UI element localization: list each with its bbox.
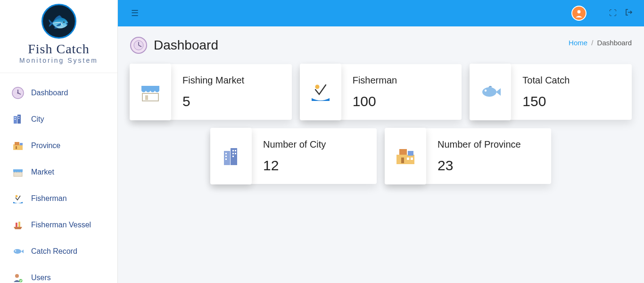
card-number-city: Number of City 12 bbox=[211, 128, 377, 184]
sidebar-item-label: Catch Record bbox=[31, 247, 77, 256]
svg-rect-14 bbox=[16, 223, 17, 227]
svg-rect-33 bbox=[232, 150, 234, 151]
svg-rect-32 bbox=[225, 158, 227, 160]
fisherman-icon bbox=[11, 192, 25, 205]
card-value: 5 bbox=[182, 93, 244, 109]
sidebar-item-label: Users bbox=[31, 274, 51, 282]
svg-point-1 bbox=[17, 92, 18, 93]
card-title: Fishing Market bbox=[182, 75, 244, 86]
catch-icon bbox=[11, 245, 25, 258]
page-header: Dashboard bbox=[130, 37, 632, 54]
province-icon bbox=[11, 139, 25, 152]
users-icon bbox=[11, 271, 25, 283]
vessel-icon bbox=[11, 218, 25, 232]
city-card-icon bbox=[210, 128, 252, 184]
svg-point-16 bbox=[14, 249, 21, 254]
sidebar-item-vessel[interactable]: Fisherman Vessel bbox=[0, 212, 117, 238]
logout-icon[interactable] bbox=[625, 8, 633, 18]
svg-rect-4 bbox=[15, 117, 16, 118]
svg-point-18 bbox=[15, 274, 19, 278]
card-title: Number of Province bbox=[438, 139, 521, 150]
card-value: 150 bbox=[522, 93, 570, 109]
svg-rect-12 bbox=[14, 172, 22, 176]
fullscreen-icon[interactable]: ⛶ bbox=[609, 9, 617, 17]
card-title: Total Catch bbox=[522, 75, 570, 86]
fish-icon: 🐟 bbox=[48, 11, 70, 32]
breadcrumb-sep: / bbox=[591, 39, 593, 47]
fisherman-card-icon bbox=[300, 64, 341, 120]
svg-rect-6 bbox=[18, 116, 19, 117]
brand-logo: 🐟 bbox=[41, 4, 76, 39]
sidebar-item-label: Market bbox=[31, 168, 54, 176]
sidebar-item-city[interactable]: City bbox=[0, 106, 117, 133]
cards-row-2: Number of City 12 Number of Province 23 bbox=[130, 128, 632, 184]
card-total-catch: Total Catch 150 bbox=[470, 64, 632, 120]
card-title: Fisherman bbox=[353, 75, 397, 86]
brand-title: Fish Catch bbox=[0, 42, 117, 57]
breadcrumb-home[interactable]: Home bbox=[569, 39, 587, 47]
svg-rect-3 bbox=[17, 115, 21, 124]
svg-point-13 bbox=[16, 195, 18, 198]
sidebar-item-market[interactable]: Market bbox=[0, 159, 117, 185]
card-fisherman: Fisherman 100 bbox=[300, 64, 462, 120]
svg-rect-7 bbox=[18, 118, 19, 119]
sidebar-item-fisherman[interactable]: Fisherman bbox=[0, 185, 117, 212]
market-icon bbox=[11, 166, 25, 179]
svg-rect-40 bbox=[408, 151, 413, 156]
card-title: Number of City bbox=[263, 139, 326, 150]
svg-rect-15 bbox=[18, 222, 20, 227]
user-avatar[interactable] bbox=[571, 6, 586, 21]
market-card-icon bbox=[130, 64, 171, 120]
sidebar: 🐟 Fish Catch Monitoring System Dashboard… bbox=[0, 0, 118, 283]
sidebar-item-label: Fisherman Vessel bbox=[31, 221, 91, 229]
card-value: 12 bbox=[263, 158, 326, 174]
svg-rect-43 bbox=[411, 158, 413, 160]
svg-point-25 bbox=[315, 85, 319, 89]
sidebar-item-label: City bbox=[31, 115, 44, 124]
svg-rect-41 bbox=[401, 158, 404, 163]
sidebar-item-catch[interactable]: Catch Record bbox=[0, 238, 117, 265]
svg-rect-28 bbox=[224, 151, 230, 165]
svg-rect-39 bbox=[399, 149, 407, 155]
sidebar-item-dashboard[interactable]: Dashboard bbox=[0, 80, 117, 106]
sidebar-nav: Dashboard City Province Market Fisherman… bbox=[0, 73, 117, 283]
brand-subtitle: Monitoring System bbox=[0, 57, 117, 64]
svg-point-26 bbox=[482, 87, 496, 97]
sidebar-item-label: Province bbox=[31, 142, 60, 150]
svg-rect-9 bbox=[15, 142, 19, 145]
svg-rect-30 bbox=[225, 153, 227, 154]
cards-row-1: Fishing Market 5 Fisherman 100 Total Cat… bbox=[130, 64, 632, 120]
svg-point-21 bbox=[578, 10, 581, 14]
card-number-province: Number of Province 23 bbox=[385, 128, 551, 184]
svg-point-27 bbox=[485, 90, 487, 92]
svg-rect-10 bbox=[20, 143, 23, 145]
svg-rect-37 bbox=[235, 153, 236, 154]
breadcrumb-current: Dashboard bbox=[597, 39, 632, 47]
city-icon bbox=[11, 113, 25, 126]
card-value: 100 bbox=[353, 93, 397, 109]
menu-toggle-icon[interactable]: ☰ bbox=[131, 8, 139, 18]
page-title-icon bbox=[130, 37, 147, 54]
sidebar-item-label: Fisherman bbox=[31, 194, 67, 203]
topbar: ☰ ⛶ bbox=[118, 0, 644, 26]
svg-rect-36 bbox=[235, 150, 236, 151]
sidebar-item-users[interactable]: Users bbox=[0, 265, 117, 283]
svg-rect-11 bbox=[16, 146, 17, 149]
card-value: 23 bbox=[438, 158, 521, 174]
card-fishing-market: Fishing Market 5 bbox=[130, 64, 292, 120]
sidebar-item-label: Dashboard bbox=[31, 89, 68, 97]
svg-rect-23 bbox=[142, 93, 158, 101]
province-card-icon bbox=[385, 128, 426, 184]
sidebar-item-province[interactable]: Province bbox=[0, 133, 117, 159]
svg-rect-42 bbox=[407, 158, 409, 160]
breadcrumb: Home / Dashboard bbox=[569, 39, 632, 47]
page-title: Dashboard bbox=[154, 38, 218, 53]
svg-rect-24 bbox=[145, 95, 148, 100]
svg-point-17 bbox=[15, 250, 17, 252]
svg-rect-34 bbox=[232, 153, 234, 154]
svg-rect-31 bbox=[225, 156, 227, 157]
brand-block: 🐟 Fish Catch Monitoring System bbox=[0, 0, 117, 73]
fish-card-icon bbox=[470, 64, 511, 120]
svg-rect-5 bbox=[15, 119, 16, 120]
dashboard-icon bbox=[11, 86, 25, 100]
